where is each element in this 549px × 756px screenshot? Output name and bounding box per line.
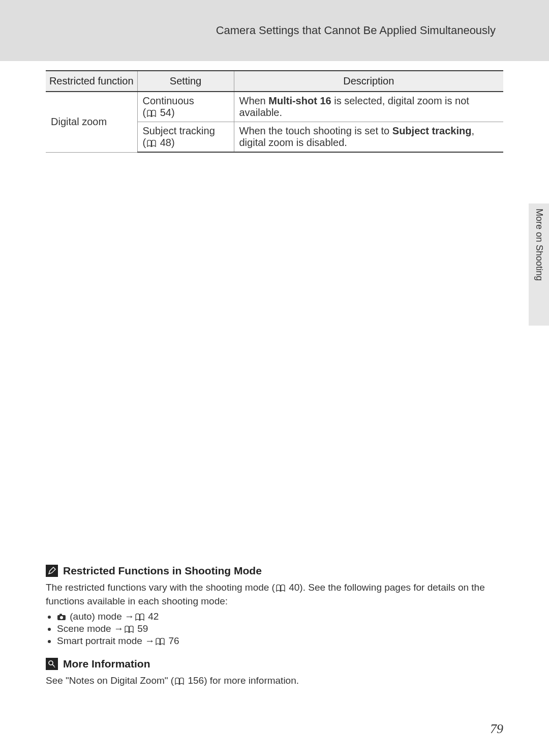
desc-bold: Subject tracking xyxy=(392,125,472,136)
book-icon xyxy=(147,110,156,117)
page-body: Restricted function Setting Description … xyxy=(0,61,549,756)
desc-bold: Multi-shot 16 xyxy=(268,95,331,106)
ref-open: ( xyxy=(143,137,146,148)
ref-page: 54) xyxy=(157,107,174,118)
svg-point-2 xyxy=(60,616,63,619)
note-heading-restricted: Restricted Functions in Shooting Mode xyxy=(46,565,503,577)
header-bar: Camera Settings that Cannot Be Applied S… xyxy=(0,0,549,61)
info-icon xyxy=(46,658,58,670)
mode-label-pre: Smart portrait mode xyxy=(57,635,145,646)
pencil-icon xyxy=(46,565,58,577)
page-title: Camera Settings that Cannot Be Applied S… xyxy=(216,24,496,37)
svg-line-4 xyxy=(52,664,54,666)
col-restricted: Restricted function xyxy=(46,71,137,92)
arrow-icon: → xyxy=(145,635,155,646)
mode-page: 59 xyxy=(135,623,148,634)
table-row: Digital zoom Continuous ( 54) When Multi… xyxy=(46,92,503,122)
side-tab-label: More on Shooting xyxy=(529,203,549,326)
book-icon xyxy=(276,585,285,592)
table-header-row: Restricted function Setting Description xyxy=(46,71,503,92)
cell-restricted: Digital zoom xyxy=(46,92,137,152)
body-pre: See "Notes on Digital Zoom" ( xyxy=(46,675,174,686)
restrictions-table: Restricted function Setting Description … xyxy=(46,70,503,153)
note-body-moreinfo: See "Notes on Digital Zoom" ( 156) for m… xyxy=(46,674,503,688)
arrow-icon: → xyxy=(114,623,124,634)
mode-label: (auto) mode xyxy=(67,611,125,622)
mode-page: 76 xyxy=(166,635,179,646)
heading-text: Restricted Functions in Shooting Mode xyxy=(63,565,262,577)
mode-page: 42 xyxy=(145,611,159,622)
book-icon xyxy=(125,626,134,633)
notes-block: Restricted Functions in Shooting Mode Th… xyxy=(46,565,503,691)
list-item: Smart portrait mode → 76 xyxy=(57,635,503,647)
list-item: Scene mode → 59 xyxy=(57,623,503,634)
col-description: Description xyxy=(234,71,503,92)
svg-rect-1 xyxy=(59,614,62,616)
desc-pre: When the touch shooting is set to xyxy=(239,125,392,136)
setting-name: Subject tracking xyxy=(143,125,215,136)
svg-point-3 xyxy=(49,661,53,665)
page-number: 79 xyxy=(490,721,503,737)
mode-label-pre: Scene mode xyxy=(57,623,114,634)
heading-text: More Information xyxy=(63,658,150,670)
book-icon xyxy=(147,140,156,147)
ref-open: ( xyxy=(143,107,146,118)
list-item: (auto) mode → 42 xyxy=(57,611,503,622)
ref-page: 48) xyxy=(157,137,174,148)
desc-pre: When xyxy=(239,95,269,106)
arrow-icon: → xyxy=(125,611,134,622)
note-body-restricted: The restricted functions vary with the s… xyxy=(46,581,503,608)
cell-description: When the touch shooting is set to Subjec… xyxy=(234,122,503,153)
camera-icon xyxy=(57,614,66,621)
book-icon xyxy=(156,638,165,645)
book-icon xyxy=(135,614,144,621)
modes-list: (auto) mode → 42 Scene mode → 59 Smart p… xyxy=(46,611,503,647)
book-icon xyxy=(175,678,184,685)
cell-description: When Multi-shot 16 is selected, digital … xyxy=(234,92,503,122)
setting-name: Continuous xyxy=(143,95,194,106)
body-post: 156) for more information. xyxy=(185,675,299,686)
cell-setting: Subject tracking ( 48) xyxy=(137,122,234,153)
body-pre: The restricted functions vary with the s… xyxy=(46,582,275,593)
cell-setting: Continuous ( 54) xyxy=(137,92,234,122)
note-heading-moreinfo: More Information xyxy=(46,658,503,670)
col-setting: Setting xyxy=(137,71,234,92)
